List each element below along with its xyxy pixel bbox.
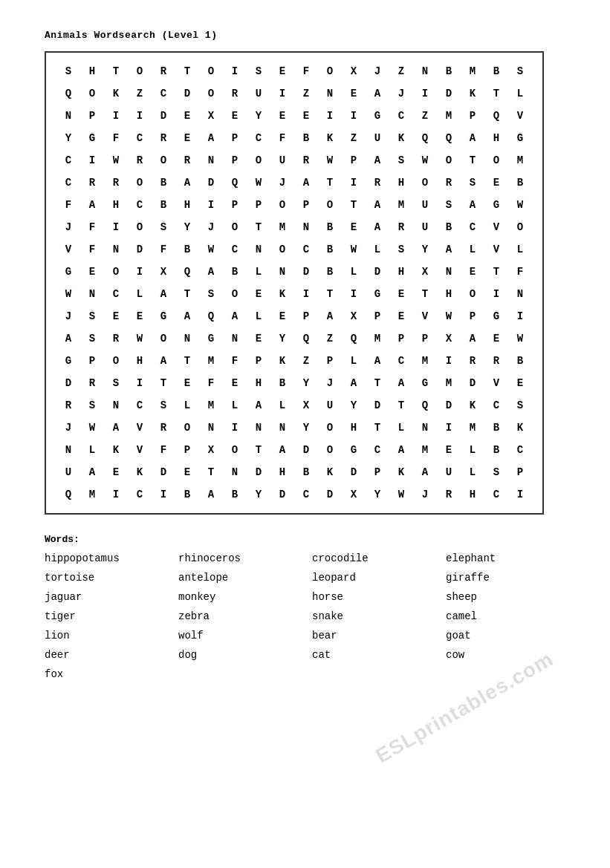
- grid-cell: I: [508, 483, 532, 506]
- grid-cell: L: [366, 238, 389, 261]
- grid-cell: R: [152, 60, 175, 82]
- grid-cell: L: [128, 283, 152, 305]
- grid-cell: F: [270, 127, 294, 149]
- grid-cell: Y: [175, 216, 199, 238]
- grid-cell: W: [342, 238, 366, 261]
- grid-cell: V: [484, 216, 508, 238]
- grid-cell: G: [56, 350, 80, 372]
- grid-cell: O: [223, 283, 247, 305]
- grid-cell: Y: [270, 327, 294, 350]
- grid-cell: R: [175, 149, 199, 172]
- grid-cell: I: [199, 194, 223, 216]
- grid-cell: B: [437, 216, 461, 238]
- grid-cell: X: [294, 394, 318, 417]
- grid-cell: E: [484, 327, 508, 350]
- grid-cell: E: [461, 261, 484, 283]
- grid-cell: H: [104, 194, 128, 216]
- grid-cell: B: [152, 172, 175, 194]
- grid-cell: S: [80, 327, 104, 350]
- grid-cell: N: [247, 417, 270, 439]
- grid-cell: K: [270, 283, 294, 305]
- grid-cell: O: [318, 60, 342, 82]
- grid-cell: M: [437, 372, 461, 394]
- grid-cell: D: [294, 439, 318, 461]
- word-item: sheep: [446, 591, 580, 603]
- grid-cell: W: [389, 483, 413, 506]
- grid-cell: W: [80, 417, 104, 439]
- grid-cell: P: [508, 461, 532, 483]
- grid-cell: N: [294, 216, 318, 238]
- grid-cell: M: [80, 483, 104, 506]
- word-item: [446, 668, 580, 680]
- grid-cell: T: [175, 60, 199, 82]
- grid-cell: B: [223, 483, 247, 506]
- grid-cell: X: [342, 305, 366, 327]
- grid-cell: E: [342, 216, 366, 238]
- grid-row: RSNCSLMLALXUYDTQDKCS: [56, 394, 532, 417]
- word-item: [312, 668, 446, 680]
- word-item: giraffe: [446, 572, 580, 584]
- grid-cell: R: [366, 172, 389, 194]
- grid-cell: J: [56, 417, 80, 439]
- grid-cell: W: [56, 283, 80, 305]
- grid-cell: P: [294, 194, 318, 216]
- grid-cell: A: [199, 261, 223, 283]
- grid-cell: Q: [413, 394, 437, 417]
- grid-cell: W: [318, 149, 342, 172]
- grid-cell: C: [484, 394, 508, 417]
- grid-cell: R: [152, 127, 175, 149]
- grid-cell: N: [104, 238, 128, 261]
- grid-cell: F: [152, 439, 175, 461]
- grid-cell: F: [152, 238, 175, 261]
- grid-cell: I: [152, 483, 175, 506]
- grid-cell: Q: [56, 82, 80, 105]
- grid-cell: A: [342, 372, 366, 394]
- grid-cell: D: [175, 82, 199, 105]
- grid-cell: G: [508, 127, 532, 149]
- grid-cell: O: [152, 149, 175, 172]
- grid-cell: N: [175, 327, 199, 350]
- grid-cell: M: [413, 439, 437, 461]
- grid-cell: D: [318, 483, 342, 506]
- grid-cell: E: [223, 372, 247, 394]
- grid-cell: B: [484, 417, 508, 439]
- grid-cell: K: [389, 461, 413, 483]
- grid-cell: S: [104, 372, 128, 394]
- grid-cell: R: [461, 350, 484, 372]
- grid-cell: D: [294, 261, 318, 283]
- word-item: cow: [446, 649, 580, 661]
- grid-cell: T: [342, 194, 366, 216]
- grid-cell: E: [389, 305, 413, 327]
- grid-cell: C: [484, 483, 508, 506]
- grid-cell: E: [389, 283, 413, 305]
- grid-cell: P: [461, 105, 484, 127]
- grid-cell: A: [247, 394, 270, 417]
- grid-cell: O: [270, 194, 294, 216]
- grid-cell: Y: [366, 483, 389, 506]
- grid-cell: H: [270, 461, 294, 483]
- grid-cell: M: [366, 327, 389, 350]
- grid-cell: U: [437, 461, 461, 483]
- word-item: antelope: [178, 572, 312, 584]
- grid-cell: G: [484, 194, 508, 216]
- grid-cell: R: [152, 417, 175, 439]
- grid-cell: O: [223, 216, 247, 238]
- grid-cell: F: [508, 261, 532, 283]
- grid-cell: C: [128, 394, 152, 417]
- grid-cell: N: [104, 394, 128, 417]
- grid-cell: X: [342, 60, 366, 82]
- grid-cell: O: [199, 60, 223, 82]
- words-grid: hippopotamusrhinoceroscrocodileelephantt…: [45, 552, 565, 680]
- grid-cell: N: [508, 283, 532, 305]
- grid-row: VFNDFBWCNOCBWLSYALVL: [56, 238, 532, 261]
- grid-cell: K: [318, 461, 342, 483]
- grid-cell: E: [104, 461, 128, 483]
- grid-cell: C: [56, 149, 80, 172]
- grid-cell: M: [461, 60, 484, 82]
- grid-row: JWAVRONINNYOHTLNIMBK: [56, 417, 532, 439]
- grid-cell: V: [508, 105, 532, 127]
- grid-cell: Z: [128, 82, 152, 105]
- grid-cell: S: [389, 238, 413, 261]
- grid-cell: E: [270, 60, 294, 82]
- grid-cell: D: [461, 372, 484, 394]
